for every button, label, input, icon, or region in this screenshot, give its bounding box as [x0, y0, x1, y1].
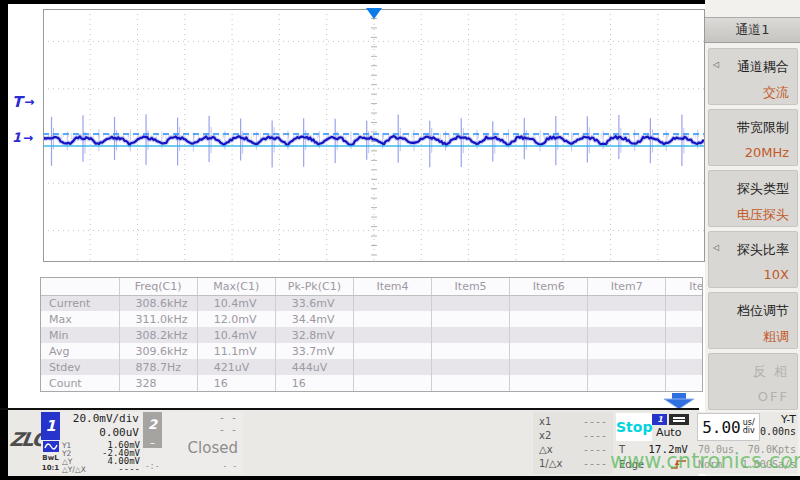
- sidebar-item-5[interactable]: 反 相OFF: [708, 353, 798, 410]
- trigger-source-badge: 1: [652, 414, 667, 425]
- cell-value: [432, 327, 510, 343]
- cell-value: [510, 311, 588, 327]
- run-state-button[interactable]: Stop: [616, 413, 652, 441]
- cell-value: [588, 327, 666, 343]
- table-row: Count3281616: [41, 375, 703, 391]
- table-row: Avg309.6kHz11.1mV33.7mV: [41, 343, 703, 359]
- menu-item-value: 20MHz: [709, 145, 789, 160]
- cursor-label: △x: [539, 444, 553, 455]
- cursor-value: ----: [583, 444, 607, 455]
- cell-value: [353, 359, 431, 375]
- readout-label: △Y/△X: [62, 465, 86, 474]
- menu-item-label: 探头比率: [709, 241, 789, 259]
- row-label: Current: [41, 295, 119, 311]
- column-header: [41, 278, 119, 295]
- probe-ratio-badge: 10:1: [42, 464, 59, 472]
- cursor-label: x1: [539, 416, 551, 427]
- cell-value: 444uV: [275, 359, 353, 375]
- row-label: Avg: [41, 343, 119, 359]
- ac-coupling-icon: [43, 441, 59, 452]
- table-scroll-down-arrow-icon[interactable]: [663, 393, 695, 409]
- cell-value: [432, 343, 510, 359]
- collapse-arrow-icon: ◁: [713, 60, 719, 69]
- cell-value: [432, 375, 510, 391]
- cell-value: [588, 295, 666, 311]
- column-header: Max(C1): [197, 278, 275, 295]
- menu-item-value: OFF: [709, 389, 789, 404]
- cell-value: [510, 327, 588, 343]
- table-row: Min308.2kHz10.4mV32.8mV: [41, 327, 703, 343]
- timebase-scale-box[interactable]: 5.00 us/ div: [697, 413, 760, 441]
- trigger-mode[interactable]: Auto: [656, 426, 682, 439]
- cell-value: [666, 375, 703, 391]
- channel1-status-panel[interactable]: 1 20.0mV/div 0.00uV BwL 10:1 Y11.60mVY2-…: [41, 412, 142, 474]
- cell-value: 32.8mV: [275, 327, 353, 343]
- cell-value: [588, 375, 666, 391]
- row-label: Min: [41, 327, 119, 343]
- trigger-delay: 0.00ns: [760, 426, 796, 437]
- trigger-coupling-dc-icon: [669, 414, 689, 425]
- measurement-header-row: Freq(C1)Max(C1)Pk-Pk(C1)Item4Item5Item6I…: [41, 278, 703, 295]
- cell-value: [432, 359, 510, 375]
- menu-item-value: 粗调: [709, 328, 789, 346]
- sidebar-item-4[interactable]: 档位调节粗调: [708, 292, 798, 349]
- cursor-label: 1/△x: [539, 458, 562, 469]
- right-arrow-icon: →: [23, 131, 33, 145]
- measurement-table: Freq(C1)Max(C1)Pk-Pk(C1)Item4Item5Item6I…: [40, 277, 703, 392]
- channel1-cursor-readouts: Y11.60mVY2-2.40mV△Y4.00mV△Y/△X----: [60, 440, 142, 474]
- cell-value: [588, 311, 666, 327]
- channel2-extra: - -: [223, 462, 237, 471]
- trigger-level-label: T: [12, 93, 22, 111]
- channel1-badge[interactable]: 1: [41, 412, 60, 440]
- cell-value: 328: [119, 375, 197, 391]
- cell-value: [666, 343, 703, 359]
- display-mode: Y-T: [760, 413, 796, 426]
- bandwidth-limit-badge: BwL: [42, 454, 58, 462]
- sidebar-item-2[interactable]: 探头类型电压探头: [708, 170, 798, 227]
- cell-value: 11.1mV: [197, 343, 275, 359]
- column-header: Item6: [510, 278, 588, 295]
- channel2-offset: - -: [162, 424, 237, 436]
- channel2-scale: - -: [162, 412, 237, 424]
- cell-value: 12.0mV: [197, 311, 275, 327]
- cursor-row: △x----: [539, 442, 607, 456]
- channel1-scale: 20.0mV/div: [60, 412, 139, 426]
- channel1-position-marker[interactable]: 1 →: [12, 130, 33, 145]
- column-header: Pk-Pk(C1): [275, 278, 353, 295]
- channel2-ratio: -:-: [145, 462, 159, 471]
- channel2-status-panel[interactable]: 2 - - - - – Closed -:- - -: [143, 412, 243, 474]
- cursor-row: x1----: [539, 414, 607, 428]
- cell-value: 308.6kHz: [119, 295, 197, 311]
- cell-value: 16: [197, 375, 275, 391]
- cell-value: 33.6mV: [275, 295, 353, 311]
- trigger-position-marker-icon[interactable]: [366, 8, 382, 19]
- cursor-value: ----: [583, 430, 607, 441]
- sidebar-title: 通道1: [705, 17, 800, 43]
- measurement-grid: Freq(C1)Max(C1)Pk-Pk(C1)Item4Item5Item6I…: [41, 278, 703, 391]
- sidebar-item-0[interactable]: ◁通道耦合交流: [708, 48, 798, 105]
- sidebar-menu-panel: 通道1 ◁通道耦合交流带宽限制20MHz探头类型电压探头◁探头比率10X档位调节…: [705, 0, 800, 476]
- sidebar-item-3[interactable]: ◁探头比率10X: [708, 231, 798, 288]
- cell-value: [666, 359, 703, 375]
- graticule-svg[interactable]: [43, 9, 705, 262]
- cell-value: [353, 295, 431, 311]
- column-header: Item8: [666, 278, 703, 295]
- timebase-scale: 5.00: [702, 418, 741, 437]
- trigger-level-marker[interactable]: T →: [12, 93, 34, 111]
- menu-item-value: 交流: [709, 84, 789, 102]
- cursor-row: x2----: [539, 428, 607, 442]
- cursor-label: x2: [539, 430, 551, 441]
- sidebar-item-1[interactable]: 带宽限制20MHz: [708, 109, 798, 166]
- cell-value: [510, 343, 588, 359]
- table-row: Max311.0kHz12.0mV34.4mV: [41, 311, 703, 327]
- collapse-arrow-icon: ◁: [713, 243, 719, 252]
- menu-item-value: 电压探头: [709, 206, 789, 224]
- cursor-value: ----: [583, 416, 607, 427]
- cell-value: [666, 295, 703, 311]
- cell-value: [588, 343, 666, 359]
- cell-value: [432, 295, 510, 311]
- cell-value: [666, 311, 703, 327]
- cell-value: 878.7Hz: [119, 359, 197, 375]
- menu-item-label: 档位调节: [709, 302, 789, 320]
- channel2-badge[interactable]: 2: [143, 412, 162, 436]
